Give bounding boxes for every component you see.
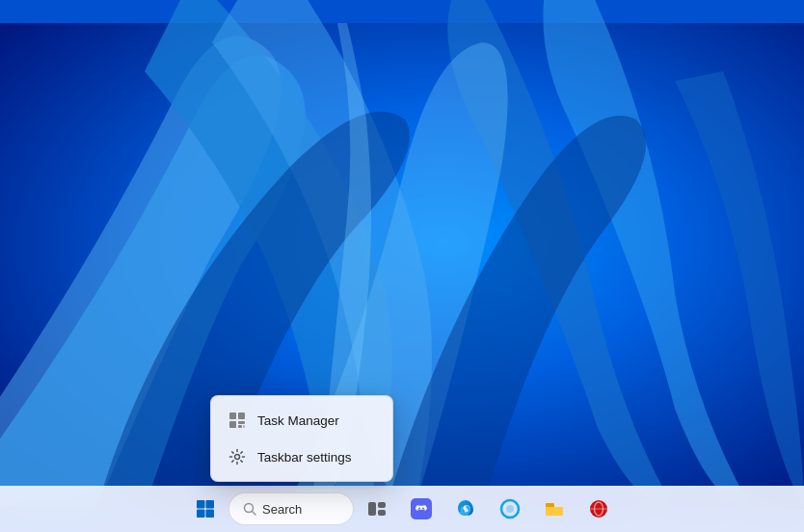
search-icon [243, 502, 256, 516]
search-bar[interactable]: Search [228, 492, 354, 525]
windows-logo-icon [197, 500, 214, 518]
circle-button[interactable] [489, 488, 531, 530]
svg-rect-3 [229, 421, 236, 428]
svg-rect-4 [238, 421, 245, 424]
svg-rect-10 [197, 510, 205, 519]
settings-icon [228, 448, 246, 466]
context-menu-item-taskbar-settings[interactable]: Taskbar settings [211, 439, 392, 475]
svg-rect-5 [238, 425, 242, 428]
context-menu: Task Manager Taskbar settings [210, 395, 393, 482]
svg-rect-6 [243, 425, 245, 428]
edge-icon [455, 498, 476, 519]
svg-rect-14 [368, 502, 376, 516]
svg-point-18 [418, 508, 420, 510]
svg-rect-11 [206, 510, 215, 519]
task-view-button[interactable] [356, 488, 398, 530]
search-label: Search [262, 502, 302, 517]
svg-point-19 [422, 508, 424, 510]
opera-button[interactable] [577, 488, 620, 530]
svg-line-13 [253, 512, 256, 516]
task-view-icon [367, 499, 387, 519]
svg-rect-15 [378, 502, 386, 508]
context-menu-item-task-manager-label: Task Manager [257, 413, 339, 428]
context-menu-item-task-manager[interactable]: Task Manager [211, 402, 392, 439]
svg-rect-9 [206, 500, 215, 509]
circle-icon [499, 498, 521, 519]
context-menu-item-taskbar-settings-label: Taskbar settings [257, 450, 352, 465]
taskbar: Search [0, 486, 804, 532]
discord-icon [411, 498, 432, 519]
discord-button[interactable] [400, 488, 442, 530]
svg-point-21 [506, 505, 514, 513]
edge-button[interactable] [444, 488, 487, 530]
file-explorer-button[interactable] [533, 488, 576, 530]
desktop: Task Manager Taskbar settings [0, 0, 804, 532]
opera-icon [588, 498, 609, 519]
svg-rect-1 [229, 412, 236, 419]
wallpaper [0, 0, 804, 532]
svg-rect-2 [238, 412, 245, 419]
task-manager-icon [228, 412, 246, 429]
svg-rect-16 [378, 510, 386, 516]
svg-point-7 [235, 455, 240, 460]
file-explorer-icon [544, 498, 565, 519]
svg-rect-8 [197, 500, 205, 509]
taskbar-icons-group: Search [184, 488, 620, 530]
start-button[interactable] [184, 488, 227, 530]
